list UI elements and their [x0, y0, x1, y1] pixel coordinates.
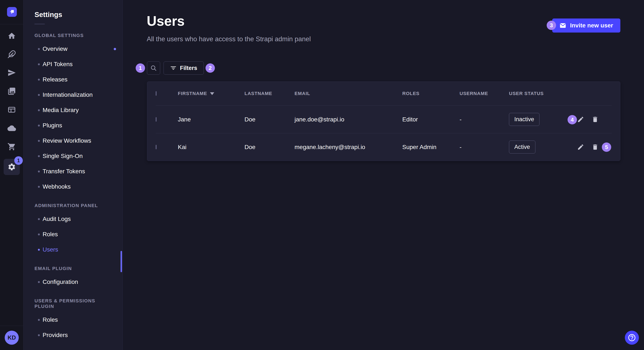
help-button[interactable]	[625, 331, 639, 345]
rail-item-releases[interactable]	[0, 65, 24, 81]
icon-rail: 1 KD	[0, 0, 24, 350]
step-badge-2[interactable]: 2	[206, 63, 215, 73]
column-header-username: USERNAME	[460, 91, 509, 96]
cell-firstname: Kai	[178, 144, 244, 151]
bullet-icon	[38, 171, 40, 173]
subnav-item-review-workflows[interactable]: Review Workflows	[24, 133, 122, 149]
delete-user-button[interactable]	[591, 116, 599, 124]
page-subtitle: All the users who have access to the Str…	[147, 35, 311, 43]
trash-icon	[592, 116, 599, 123]
strapi-logo-icon	[9, 9, 15, 15]
step-badge-1[interactable]: 1	[136, 63, 145, 73]
paper-plane-icon	[8, 68, 16, 77]
subnav-item-media-library[interactable]: Media Library	[24, 103, 122, 118]
bullet-icon	[38, 109, 40, 111]
step-badge-3[interactable]: 3	[547, 21, 556, 30]
cell-roles: Super Admin	[402, 144, 460, 151]
delete-user-button[interactable]	[591, 143, 599, 151]
pencil-icon	[577, 116, 584, 123]
rail-item-marketplace[interactable]	[0, 139, 24, 155]
cell-email: megane.lacheny@strapi.io	[294, 144, 402, 151]
rail-item-content-manager[interactable]	[0, 46, 24, 62]
column-header-lastname: LASTNAME	[244, 91, 294, 96]
bullet-icon	[38, 319, 40, 321]
column-header-label: USERNAME	[460, 91, 488, 96]
column-header-label: EMAIL	[294, 91, 310, 96]
cell-username: -	[460, 144, 509, 151]
subnav-item-label: API Tokens	[42, 61, 72, 68]
table-row-jane[interactable]: Jane Doe jane.doe@strapi.io Editor - Ina…	[147, 106, 620, 133]
settings-subnav: Settings GLOBAL SETTINGS Overview API To…	[24, 0, 123, 350]
subnav-item-label: Providers	[42, 332, 68, 339]
filters-button[interactable]: Filters	[164, 61, 204, 75]
cell-lastname: Doe	[244, 144, 294, 151]
subnav-item-audit-logs[interactable]: Audit Logs	[24, 211, 122, 227]
subnav-title: Settings	[24, 0, 122, 19]
gear-icon	[8, 163, 16, 171]
bullet-icon	[38, 79, 40, 81]
feather-icon	[8, 50, 16, 58]
cell-username: -	[460, 116, 509, 123]
page-title: Users	[147, 13, 185, 29]
question-mark-icon	[628, 334, 636, 342]
trash-icon	[592, 144, 599, 151]
subnav-item-users[interactable]: Users	[24, 242, 122, 257]
subnav-title-divider	[34, 24, 45, 24]
subnav-item-label: Internationalization	[42, 91, 93, 98]
column-header-label: USER STATUS	[509, 91, 544, 96]
subnav-item-plugins[interactable]: Plugins	[24, 118, 122, 133]
table-row-kai[interactable]: Kai Doe megane.lacheny@strapi.io Super A…	[147, 133, 620, 161]
settings-notification-badge: 1	[14, 156, 23, 165]
filters-button-label: Filters	[180, 65, 197, 71]
subnav-item-label: Releases	[42, 76, 68, 83]
step-badge-4[interactable]: 4	[568, 115, 577, 124]
search-icon	[150, 65, 157, 71]
subnav-item-label: Review Workflows	[42, 137, 91, 144]
edit-user-button[interactable]	[576, 116, 584, 124]
column-header-firstname[interactable]: FIRSTNAME	[178, 91, 244, 96]
invite-new-user-button[interactable]: Invite new user	[552, 18, 620, 32]
subnav-item-label: Media Library	[42, 107, 79, 114]
rail-item-home[interactable]	[0, 28, 24, 44]
bullet-icon	[38, 281, 40, 283]
subnav-item-providers[interactable]: Providers	[24, 328, 122, 343]
column-header-user-status: USER STATUS	[509, 91, 564, 96]
layout-icon	[8, 105, 16, 114]
subnav-item-up-roles[interactable]: Roles	[24, 312, 122, 328]
subnav-item-label: Audit Logs	[42, 216, 71, 222]
rail-item-content-type-builder[interactable]	[0, 102, 24, 118]
rail-item-media-library[interactable]	[0, 83, 24, 99]
subnav-item-single-sign-on[interactable]: Single Sign-On	[24, 149, 122, 164]
subnav-item-configuration[interactable]: Configuration	[24, 274, 122, 290]
cell-firstname: Jane	[178, 116, 244, 123]
rail-item-cloud[interactable]	[0, 120, 24, 136]
edit-user-button[interactable]	[576, 143, 584, 151]
subnav-item-webhooks[interactable]: Webhooks	[24, 179, 122, 194]
row-checkbox[interactable]	[156, 117, 156, 122]
subnav-item-label: Webhooks	[42, 183, 71, 190]
row-checkbox[interactable]	[156, 145, 156, 149]
rail-divider	[0, 326, 23, 326]
subnav-item-internationalization[interactable]: Internationalization	[24, 87, 122, 103]
status-badge: Active	[509, 141, 536, 154]
step-badge-5[interactable]: 5	[602, 143, 611, 152]
strapi-logo[interactable]	[7, 7, 17, 17]
bullet-icon	[38, 186, 40, 188]
select-all-checkbox[interactable]	[156, 91, 156, 96]
rail-item-settings[interactable]: 1	[4, 159, 20, 175]
invite-button-label: Invite new user	[570, 22, 613, 29]
subnav-item-releases[interactable]: Releases	[24, 72, 122, 87]
column-header-label: LASTNAME	[244, 91, 272, 96]
subnav-item-overview[interactable]: Overview	[24, 41, 122, 57]
bullet-icon	[38, 94, 40, 96]
cart-icon	[8, 143, 16, 151]
section-label-email-plugin: EMAIL PLUGIN	[24, 266, 122, 271]
subnav-item-admin-roles[interactable]: Roles	[24, 227, 122, 242]
subnav-item-transfer-tokens[interactable]: Transfer Tokens	[24, 164, 122, 179]
subnav-scrollbar-thumb[interactable]	[120, 251, 122, 272]
subnav-item-label: Plugins	[42, 122, 62, 129]
column-header-email: EMAIL	[294, 91, 402, 96]
subnav-item-api-tokens[interactable]: API Tokens	[24, 57, 122, 72]
search-button[interactable]	[147, 61, 160, 75]
user-avatar[interactable]: KD	[5, 331, 19, 345]
